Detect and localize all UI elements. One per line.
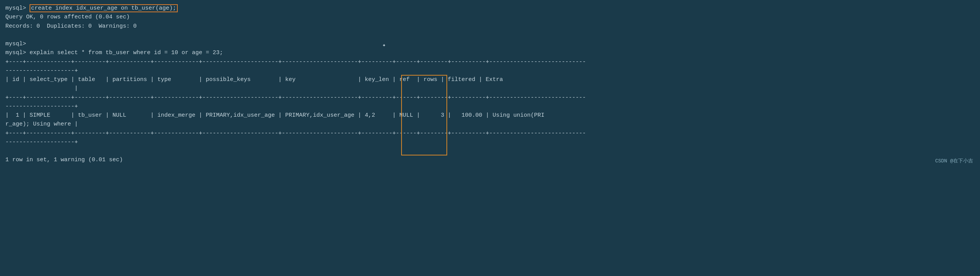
line-text: mysql>	[5, 41, 26, 47]
terminal-line: --------------------+	[5, 66, 975, 75]
line-text: Query OK, 0 rows affected (0.04 sec)	[5, 14, 130, 20]
line-text: mysql> explain select * from tb_user whe…	[5, 50, 223, 56]
terminal-line: mysql> explain select * from tb_user whe…	[5, 48, 975, 57]
terminal-line: | id | select_type | table | partitions …	[5, 75, 975, 84]
terminal-line: |	[5, 84, 975, 93]
terminal-line: +----+-------------+---------+----------…	[5, 129, 975, 138]
line-text: r_age); Using where |	[5, 121, 78, 127]
terminal-line: +----+-------------+---------+----------…	[5, 93, 975, 102]
terminal-line: --------------------+	[5, 102, 975, 111]
line-text: +----+-------------+---------+----------…	[5, 130, 586, 137]
line-text: --------------------+	[5, 103, 78, 110]
line-text: +----+-------------+---------+----------…	[5, 59, 586, 65]
line-text: Records: 0 Duplicates: 0 Warnings: 0	[5, 23, 137, 30]
line-text: +----+-------------+---------+----------…	[5, 94, 586, 101]
line-text: --------------------+	[5, 139, 78, 145]
prompt: mysql>	[5, 5, 30, 12]
terminal-line: 1 row in set, 1 warning (0.01 sec)	[5, 155, 975, 164]
line-text: |	[5, 85, 78, 92]
terminal-line: Query OK, 0 rows affected (0.04 sec)	[5, 13, 975, 21]
terminal-line: | 1 | SIMPLE | tb_user | NULL | index_me…	[5, 111, 975, 120]
terminal-line	[5, 31, 975, 40]
line-text: | 1 | SIMPLE | tb_user | NULL | index_me…	[5, 112, 544, 119]
line-text: | id | select_type | table | partitions …	[5, 76, 579, 83]
cmd-highlight-box: create index idx_user_age on tb_user(age…	[30, 4, 178, 12]
terminal-line: mysql> create index idx_user_age on tb_u…	[5, 4, 975, 13]
terminal-line: mysql>	[5, 40, 975, 48]
terminal-line: +----+-------------+---------+----------…	[5, 58, 975, 66]
watermark: CSDN @在下小吉	[935, 157, 973, 165]
line-text: 1 row in set, 1 warning (0.01 sec)	[5, 157, 123, 163]
terminal-line	[5, 147, 975, 155]
terminal-line: r_age); Using where |	[5, 120, 975, 129]
terminal-line: Records: 0 Duplicates: 0 Warnings: 0	[5, 22, 975, 31]
terminal-container: mysql> create index idx_user_age on tb_u…	[0, 0, 980, 169]
terminal-line: --------------------+	[5, 138, 975, 147]
line-text: --------------------+	[5, 68, 78, 74]
